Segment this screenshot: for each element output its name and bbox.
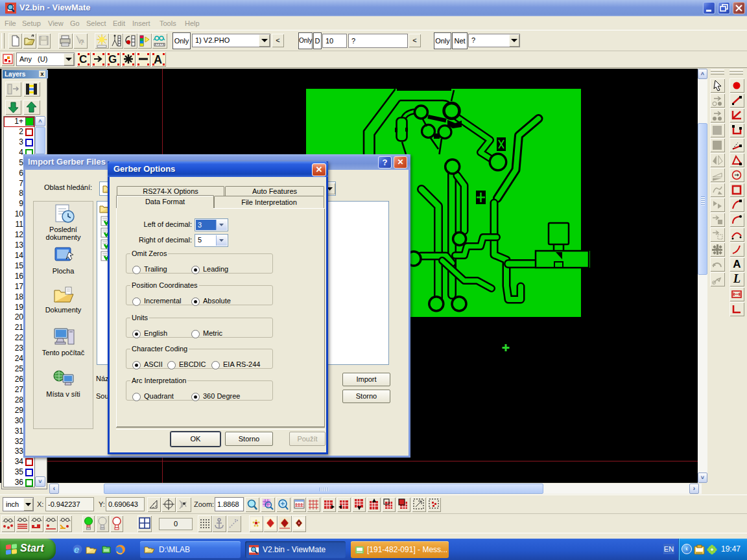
svg-text:A: A xyxy=(154,53,162,66)
svg-text:?: ? xyxy=(80,38,84,46)
svg-text:e: e xyxy=(74,544,79,555)
svg-text:C: C xyxy=(79,53,87,65)
